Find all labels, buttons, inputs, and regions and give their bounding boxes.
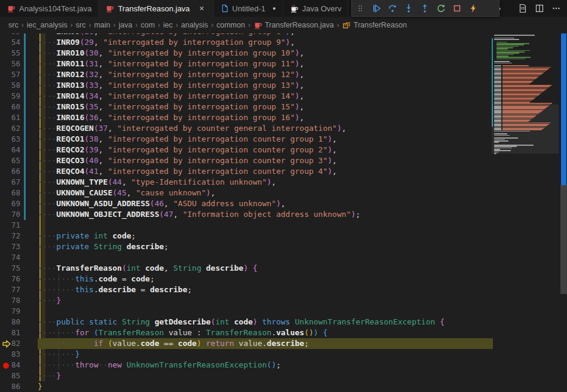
line-number: 74: [0, 252, 20, 263]
breadcrumb-segment[interactable]: common: [216, 21, 245, 29]
code-line-76[interactable]: 76········this.code = code;: [0, 274, 493, 284]
minimap-line: [494, 96, 501, 97]
code-line-79[interactable]: 79: [0, 306, 493, 317]
code-line-81[interactable]: 81········for (TransferReason value : Tr…: [0, 327, 493, 338]
close-tab-icon[interactable]: ×: [197, 4, 207, 13]
code-line-72[interactable]: 72····private int code;: [0, 231, 493, 241]
breadcrumb-symbol[interactable]: TransferReason: [354, 21, 407, 29]
more-actions-icon[interactable]: [548, 0, 565, 17]
minimap-line: [502, 84, 529, 85]
breadcrumb-segment[interactable]: java: [119, 21, 133, 29]
minimap-line: [502, 100, 532, 102]
scrollbar-slider[interactable]: [560, 185, 567, 294]
debug-step-out-icon[interactable]: [416, 0, 433, 16]
breadcrumb-segment[interactable]: analysis: [181, 21, 208, 29]
debug-restart-icon[interactable]: [433, 0, 449, 16]
file-binary-icon[interactable]: [514, 0, 531, 17]
code-line-59[interactable]: 59····INRO14(34, "interrogated by interr…: [0, 91, 493, 102]
code-line-82[interactable]: 82············if (value.code == code) re…: [0, 338, 493, 349]
code-line-77[interactable]: 77········this.describe = describe;: [0, 284, 493, 295]
debug-hot-code-replace-icon[interactable]: [465, 0, 481, 16]
code-line-62[interactable]: 62····REQCOGEN(37, "interrogated by coun…: [0, 123, 493, 134]
debug-continue-icon[interactable]: [368, 0, 384, 16]
code-line-text: ····INRO10(30, "interrogated by interrog…: [38, 48, 304, 59]
code-line-58[interactable]: 58····INRO13(33, "interrogated by interr…: [0, 80, 493, 91]
minimap-line: [502, 96, 537, 97]
debug-step-over-icon[interactable]: [384, 0, 400, 16]
breadcrumb-segment[interactable]: main: [94, 21, 110, 29]
code-line-80[interactable]: 80····public static String getDdescribe(…: [0, 317, 493, 327]
line-number: 70: [0, 209, 20, 220]
code-line-74[interactable]: 74: [0, 252, 493, 263]
line-number: 78: [0, 295, 20, 306]
code-line-69[interactable]: 69····UNKNOWN_ASDU_ADDRESS(46, "ASDU add…: [0, 198, 493, 209]
code-line-71[interactable]: 71: [0, 220, 493, 231]
gutter-change-indicator: [24, 59, 26, 69]
code-line-66[interactable]: 66····REQCO4(41, "interrogated by interr…: [0, 166, 493, 177]
code-line-65[interactable]: 65····REQCO3(40, "interrogated by interr…: [0, 155, 493, 166]
tab-transferreason-java[interactable]: TransferReason.java×: [99, 0, 213, 17]
split-editor-icon[interactable]: [531, 0, 548, 17]
code-line-57[interactable]: 57····INRO12(32, "interrogated by interr…: [0, 69, 493, 80]
code-line-84[interactable]: 84········throw··new UnknownTransferReas…: [0, 360, 493, 370]
tab-untitled-1[interactable]: Untitled-1●: [214, 0, 283, 17]
code-line-68[interactable]: 68····UKNOWN_CAUSE(45, "cause unknown"),: [0, 188, 493, 198]
minimap-viewport-slider[interactable]: [492, 105, 559, 154]
code-line-86[interactable]: 86}: [0, 381, 493, 392]
breadcrumb-segment[interactable]: iec: [163, 21, 173, 29]
breadcrumb-segment[interactable]: com: [140, 21, 155, 29]
gutter-change-indicator: [24, 102, 26, 112]
code-line-64[interactable]: 64····REQCO2(39, "interrogated by interr…: [0, 145, 493, 155]
minimap[interactable]: [492, 33, 559, 392]
breadcrumb-separator: ›: [114, 21, 116, 29]
code-area[interactable]: 53····INRO8(28, "interrogated by interro…: [0, 33, 493, 392]
code-line-78[interactable]: 78····}: [0, 295, 493, 306]
debug-stop-icon[interactable]: [449, 0, 465, 16]
code-line-61[interactable]: 61····INRO16(36, "interrogated by interr…: [0, 112, 493, 123]
java-file-icon: [253, 21, 265, 30]
code-line-text: ····}: [38, 370, 61, 381]
tab-analysis104test-java[interactable]: Analysis104Test.java: [0, 0, 99, 17]
code-line-60[interactable]: 60····INRO15(35, "interrogated by interr…: [0, 102, 493, 112]
gripper-icon[interactable]: [352, 0, 368, 16]
code-line-63[interactable]: 63····REQCO1(38, "interrogated by interr…: [0, 134, 493, 145]
code-line-83[interactable]: 83········}: [0, 349, 493, 360]
line-number: 73: [0, 241, 20, 252]
tab-label: TransferReason.java: [118, 4, 189, 13]
minimap-line: [502, 94, 539, 96]
code-line-56[interactable]: 56····INRO11(31, "interrogated by interr…: [0, 59, 493, 69]
minimap-line: [494, 78, 501, 79]
overview-ruler-modified-marker: [561, 33, 566, 185]
minimap-line: [502, 92, 543, 93]
minimap-line: [502, 82, 531, 83]
code-line-text: ····UKNOWN_CAUSE(45, "cause unknown"),: [38, 188, 215, 198]
scrollbar[interactable]: [560, 33, 567, 392]
line-number: 59: [0, 91, 20, 102]
line-number: 67: [0, 177, 20, 188]
breadcrumb-segment[interactable]: src: [8, 21, 19, 29]
breadcrumb-separator: ›: [176, 21, 178, 29]
breadcrumb-file[interactable]: TransferReason.java: [265, 21, 334, 29]
code-line-text: ····public static String getDdescribe(in…: [38, 317, 445, 327]
code-line-73[interactable]: 73····private String describe;: [0, 241, 493, 252]
code-line-85[interactable]: 85····}: [0, 370, 493, 381]
debug-step-into-icon[interactable]: [400, 0, 416, 16]
code-line-75[interactable]: 75····TransferReason(int code, String de…: [0, 263, 493, 274]
code-line-67[interactable]: 67····UKNOWN_TYPE(44, "type-Identificati…: [0, 177, 493, 188]
modified-dot-icon[interactable]: ●: [272, 5, 275, 11]
code-line-text: ········}: [38, 349, 79, 360]
code-editor[interactable]: 53····INRO8(28, "interrogated by interro…: [0, 33, 567, 392]
breadcrumb-segment[interactable]: iec_analysis: [27, 21, 68, 29]
code-line-text: ····private int code;: [38, 231, 136, 241]
minimap-line: [494, 86, 501, 87]
tab-java-overv[interactable]: Java Overv: [283, 0, 349, 17]
code-line-54[interactable]: 54····INRO9(29, "interrogated by interro…: [0, 37, 493, 48]
code-line-70[interactable]: 70····UNKNOWN_OBJECT_ADDRESS(47, "Inform…: [0, 209, 493, 220]
gutter-change-indicator: [24, 209, 26, 220]
breadcrumb-segment[interactable]: src: [76, 21, 86, 29]
gutter-change-indicator: [24, 112, 26, 123]
code-line-55[interactable]: 55····INRO10(30, "interrogated by interr…: [0, 48, 493, 59]
line-number: 81: [0, 327, 20, 338]
line-number: 61: [0, 112, 20, 123]
minimap-line: [496, 48, 508, 50]
